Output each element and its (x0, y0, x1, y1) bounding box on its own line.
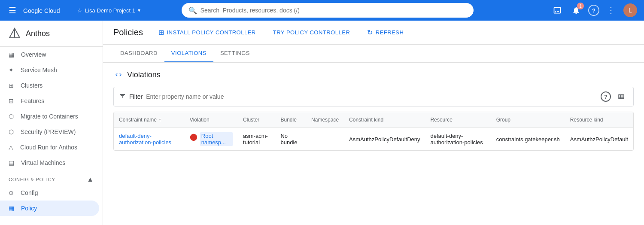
cell-violation: ⬤ Root namesp... (185, 128, 238, 151)
col-group: Group (491, 112, 565, 128)
cell-constraint-name[interactable]: default-deny-authorization-policies (114, 128, 185, 151)
config-icon: ⊙ (9, 189, 14, 196)
more-icon[interactable]: ⋮ (605, 3, 618, 17)
install-plus-icon: ⊞ (158, 28, 164, 36)
sidebar-item-label-config: Config (21, 189, 38, 196)
project-name: Lisa Demo Project 1 (85, 7, 135, 14)
col-namespace: Namespace (306, 112, 344, 128)
sidebar-item-label-overview: Overview (21, 51, 46, 58)
policy-icon: ▦ (9, 205, 14, 212)
sidebar-item-migrate[interactable]: ⬡ Migrate to Containers (0, 109, 99, 124)
project-star-icon: ☆ (77, 7, 82, 14)
sidebar-item-service-mesh[interactable]: ✦ Service Mesh (0, 62, 99, 78)
cloud-run-icon: △ (9, 144, 13, 151)
config-policy-section-header: Config & Policy ▲ (0, 170, 103, 185)
sidebar-item-label-features: Features (21, 97, 44, 104)
notification-badge: 1 (577, 3, 584, 9)
filter-actions: ? (601, 90, 628, 103)
project-chevron-icon: ▾ (138, 7, 140, 13)
main-content: Policies ⊞ INSTALL POLICY CONTROLLER TRY… (103, 21, 644, 225)
violations-title: Violations (127, 70, 161, 79)
sidebar-item-label-service-mesh: Service Mesh (21, 67, 57, 73)
sidebar-item-cloud-run[interactable]: △ Cloud Run for Anthos (0, 140, 99, 155)
sidebar-item-config[interactable]: ⊙ Config (0, 185, 99, 201)
col-cluster: Cluster (238, 112, 275, 128)
install-policy-controller-button[interactable]: ⊞ INSTALL POLICY CONTROLLER (153, 26, 261, 39)
logo-svg: Google Cloud (23, 6, 70, 15)
terminal-icon[interactable] (550, 3, 564, 17)
try-btn-label: TRY POLICY CONTROLLER (273, 29, 350, 36)
top-nav: ☰ Google Cloud ☆ Lisa Demo Project 1 ▾ 🔍… (0, 0, 644, 21)
nav-right-icons: 1 ? ⋮ L (550, 3, 637, 17)
config-policy-label: Config & Policy (9, 177, 55, 182)
avatar[interactable]: L (623, 3, 637, 17)
tab-dashboard[interactable]: DASHBOARD (113, 45, 164, 62)
anthos-logo-icon (9, 27, 21, 40)
table-container: Constraint name ↑ Violation Cluster (113, 112, 634, 151)
sidebar-item-label-migrate: Migrate to Containers (21, 113, 78, 120)
sidebar-item-overview[interactable]: ▦ Overview (0, 47, 99, 62)
sidebar-item-label-virtual-machines: Virtual Machines (21, 159, 65, 166)
overview-icon: ▦ (9, 51, 14, 58)
cell-constraint-kind: AsmAuthzPolicyDefaultDeny (344, 128, 425, 151)
refresh-btn-label: REFRESH (376, 29, 404, 36)
violations-header: Violations (103, 63, 644, 87)
cell-namespace (306, 128, 344, 151)
app-body: Anthos ▦ Overview ✦ Service Mesh ⊞ Clust… (0, 21, 644, 225)
security-icon: ⬡ (9, 128, 14, 135)
search-input[interactable] (200, 7, 467, 14)
help-icon[interactable]: ? (588, 5, 599, 16)
sidebar-item-policy[interactable]: ▦ Policy (0, 201, 99, 216)
columns-icon[interactable] (614, 90, 628, 103)
page-title: Policies (113, 27, 143, 37)
sidebar-item-label-security: Security (PREVIEW) (21, 128, 76, 135)
install-btn-label: INSTALL POLICY CONTROLLER (167, 29, 255, 36)
error-circle-icon: ⬤ (190, 133, 197, 141)
violations-table: Constraint name ↑ Violation Cluster (114, 112, 633, 150)
project-selector[interactable]: ☆ Lisa Demo Project 1 ▾ (77, 7, 140, 14)
section-chevron-icon: ▲ (87, 176, 94, 183)
cell-group: constraints.gatekeeper.sh (491, 128, 565, 151)
try-policy-controller-button[interactable]: TRY POLICY CONTROLLER (268, 27, 355, 38)
hamburger-icon[interactable]: ☰ (7, 3, 18, 17)
sidebar-item-label-policy: Policy (21, 205, 37, 212)
search-bar[interactable]: 🔍 (182, 3, 474, 18)
service-mesh-icon: ✦ (9, 67, 14, 73)
sidebar: Anthos ▦ Overview ✦ Service Mesh ⊞ Clust… (0, 21, 103, 225)
search-icon: 🔍 (188, 6, 197, 15)
google-cloud-logo: Google Cloud (23, 6, 70, 15)
filter-label: Filter (129, 93, 143, 100)
sidebar-item-virtual-machines[interactable]: ▤ Virtual Machines (0, 155, 99, 170)
notification-icon[interactable]: 1 (569, 3, 583, 17)
violation-text[interactable]: Root namesp... (200, 132, 233, 146)
help-circle-icon[interactable]: ? (601, 91, 611, 102)
col-resource-kind: Resource kind (565, 112, 633, 128)
sidebar-item-clusters[interactable]: ⊞ Clusters (0, 78, 99, 93)
page-header: Policies ⊞ INSTALL POLICY CONTROLLER TRY… (103, 21, 644, 45)
migrate-icon: ⬡ (9, 113, 14, 120)
tab-violations[interactable]: VIOLATIONS (164, 45, 213, 62)
refresh-button[interactable]: ↻ REFRESH (362, 26, 409, 39)
sidebar-header: Anthos (0, 21, 103, 47)
col-resource: Resource (425, 112, 491, 128)
table-header-row: Constraint name ↑ Violation Cluster (114, 112, 633, 128)
cell-bundle: No bundle (275, 128, 306, 151)
sort-arrow-icon: ↑ (158, 116, 161, 123)
collapse-icon[interactable] (113, 70, 124, 80)
filter-input[interactable] (146, 93, 597, 100)
svg-text:Google Cloud: Google Cloud (23, 7, 60, 14)
sidebar-item-security[interactable]: ⬡ Security (PREVIEW) (0, 124, 99, 140)
cell-resource: default-deny-authorization-policies (425, 128, 491, 151)
clusters-icon: ⊞ (9, 82, 14, 89)
content-area: Violations Filter ? (103, 63, 644, 151)
tab-settings[interactable]: SETTINGS (213, 45, 257, 62)
col-bundle: Bundle (275, 112, 306, 128)
filter-icon (119, 92, 126, 101)
tabs-bar: DASHBOARD VIOLATIONS SETTINGS (103, 45, 644, 63)
col-violation: Violation (185, 112, 238, 128)
sidebar-item-features[interactable]: ⊟ Features (0, 93, 99, 109)
sidebar-item-label-clusters: Clusters (21, 82, 43, 89)
filter-bar: Filter ? (113, 87, 634, 106)
col-constraint-name[interactable]: Constraint name ↑ (114, 112, 185, 128)
sidebar-title: Anthos (26, 29, 50, 38)
